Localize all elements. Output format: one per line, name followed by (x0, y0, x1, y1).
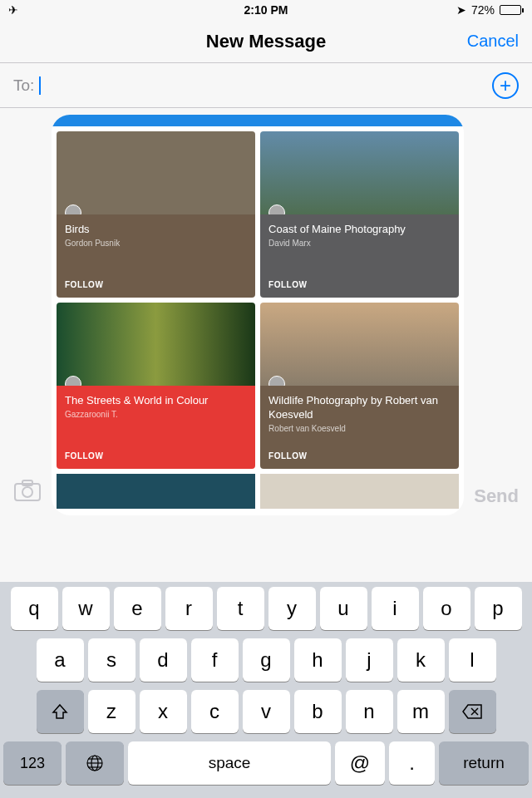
key-i[interactable]: i (372, 587, 419, 630)
card-wildlife: Wildlife Photography by Robert van Koesv… (260, 303, 459, 469)
key-e[interactable]: e (114, 587, 161, 630)
cancel-button[interactable]: Cancel (467, 32, 519, 51)
card-author: Robert van Koesveld (268, 424, 451, 433)
card-title: Coast of Maine Photography (268, 223, 451, 237)
add-contact-button[interactable]: + (492, 72, 519, 99)
card-author: David Marx (268, 239, 451, 248)
to-row: To: + (0, 63, 532, 108)
shift-key[interactable] (37, 690, 84, 733)
card-author: Gordon Pusnik (65, 239, 247, 248)
key-h[interactable]: h (294, 638, 342, 682)
to-input[interactable] (41, 76, 492, 94)
key-j[interactable]: j (346, 638, 393, 682)
space-key[interactable]: space (128, 741, 331, 785)
camera-button[interactable] (13, 476, 42, 515)
key-y[interactable]: y (268, 587, 316, 630)
key-z[interactable]: z (88, 690, 135, 733)
delete-key[interactable] (449, 690, 496, 733)
key-g[interactable]: g (243, 638, 290, 682)
card-coast: Coast of Maine Photography David Marx FO… (260, 131, 459, 298)
key-f[interactable]: f (191, 638, 239, 682)
card-title: The Streets & World in Colour (65, 394, 247, 408)
return-key[interactable]: return (439, 741, 529, 785)
to-label: To: (13, 76, 34, 95)
globe-key[interactable] (66, 741, 124, 785)
battery-percent: 72% (471, 3, 495, 17)
svg-point-1 (22, 487, 32, 497)
key-q[interactable]: q (11, 587, 58, 630)
card-title: Wildlife Photography by Robert van Koesv… (268, 394, 451, 422)
key-row-2: asdfghjkl (3, 638, 529, 682)
battery-icon (500, 5, 524, 15)
key-b[interactable]: b (294, 690, 342, 733)
key-x[interactable]: x (140, 690, 187, 733)
card-title: Birds (65, 223, 247, 237)
numbers-key[interactable]: 123 (3, 741, 62, 785)
dot-key[interactable]: . (389, 741, 435, 785)
key-d[interactable]: d (140, 638, 187, 682)
location-icon: ➤ (456, 3, 466, 17)
key-row-3: zxcvbnm (3, 690, 529, 733)
keyboard: qwertyuiop asdfghjkl zxcvbnm 123 space @… (0, 582, 532, 798)
key-o[interactable]: o (423, 587, 470, 630)
key-a[interactable]: a (37, 638, 84, 682)
status-time: 2:10 PM (244, 3, 288, 17)
key-r[interactable]: r (165, 587, 213, 630)
key-w[interactable]: w (62, 587, 110, 630)
status-bar: ✈︎ 2:10 PM ➤ 72% (0, 0, 532, 20)
key-s[interactable]: s (88, 638, 135, 682)
card-streets: The Streets & World in Colour Gazzarooni… (57, 303, 255, 469)
key-v[interactable]: v (243, 690, 290, 733)
card-author: Gazzaroonii T. (65, 410, 247, 419)
key-n[interactable]: n (346, 690, 393, 733)
send-button[interactable]: Send (474, 485, 519, 515)
key-c[interactable]: c (191, 690, 239, 733)
follow-button: FOLLOW (268, 451, 307, 461)
nav-bar: New Message Cancel (0, 20, 532, 63)
follow-button: FOLLOW (65, 280, 103, 289)
key-l[interactable]: l (449, 638, 496, 682)
attachment-preview[interactable]: Birds Gordon Pusnik FOLLOW Coast of Main… (52, 115, 464, 515)
key-u[interactable]: u (320, 587, 367, 630)
follow-button: FOLLOW (65, 451, 103, 461)
airplane-icon: ✈︎ (8, 3, 18, 17)
at-key[interactable]: @ (335, 741, 385, 785)
key-m[interactable]: m (397, 690, 445, 733)
key-t[interactable]: t (217, 587, 264, 630)
follow-button: FOLLOW (268, 280, 307, 289)
card-birds: Birds Gordon Pusnik FOLLOW (57, 131, 255, 298)
key-p[interactable]: p (475, 587, 522, 630)
key-k[interactable]: k (397, 638, 445, 682)
key-row-1: qwertyuiop (3, 587, 529, 630)
page-title: New Message (206, 31, 326, 52)
